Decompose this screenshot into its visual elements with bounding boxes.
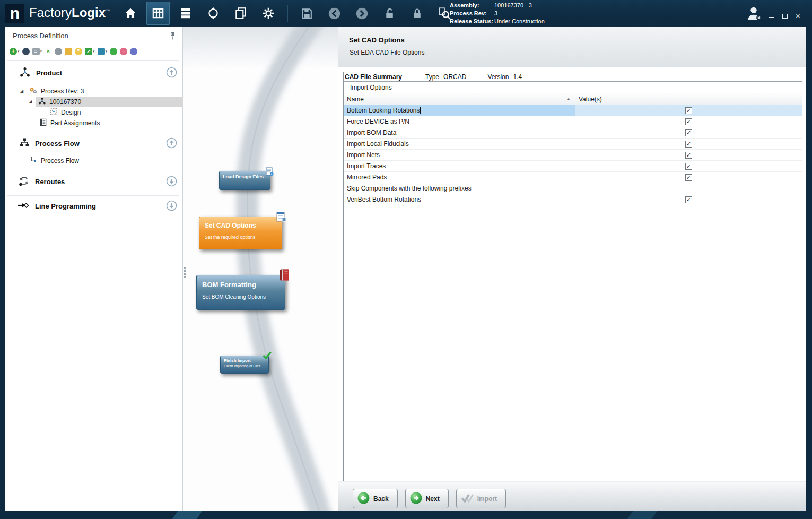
table-row[interactable]: Force DEVICE as P/N✓	[344, 116, 802, 127]
settings-gear-icon[interactable]	[257, 2, 280, 25]
next-button[interactable]: Next	[405, 489, 449, 508]
user-icon[interactable]	[55, 48, 62, 55]
unlock-icon[interactable]	[378, 2, 401, 25]
cube-icon[interactable]: ▾	[98, 48, 108, 55]
option-name[interactable]: Import BOM Data	[344, 127, 575, 139]
collapse-up-button-process-flow[interactable]	[166, 137, 177, 149]
minimize-button[interactable]	[769, 17, 774, 18]
page-subtitle: Set EDA CAD File Options	[350, 49, 424, 56]
option-name[interactable]: Import Traces	[344, 161, 575, 172]
option-value-cell[interactable]: ✓	[575, 161, 802, 172]
table-row[interactable]: Mirrored Pads✓	[344, 172, 802, 183]
back-button[interactable]: Back	[353, 489, 398, 508]
add-icon[interactable]: +▾	[10, 48, 20, 55]
sidebar-section-line-programming[interactable]: Line Programming	[17, 198, 161, 214]
option-name[interactable]: VeriBest Bottom Rotations	[344, 194, 575, 205]
export-icon[interactable]: ↗▾	[85, 48, 95, 55]
table-row[interactable]: Import BOM Data✓	[344, 127, 802, 139]
tree-item-design[interactable]: Design	[50, 107, 177, 118]
accent-stripe	[627, 511, 658, 519]
table-row[interactable]: Import Nets✓	[344, 150, 802, 161]
column-header-values[interactable]: Value(s)	[575, 93, 802, 105]
flow-step-finish-import[interactable]: Finish Import Finish Importing of Files	[220, 356, 269, 374]
option-checkbox[interactable]: ✓	[685, 163, 692, 170]
section-label-line-programming: Line Programming	[35, 202, 96, 210]
back-nav-icon[interactable]	[322, 2, 346, 25]
option-value-cell[interactable]: ✓	[575, 116, 802, 127]
option-name[interactable]: Mirrored Pads	[344, 172, 575, 183]
option-value-cell[interactable]: ✓	[575, 172, 802, 183]
option-checkbox[interactable]: ✓	[685, 196, 692, 203]
user-account-icon[interactable]	[745, 4, 763, 22]
option-value-cell[interactable]: ✓	[575, 150, 802, 161]
flow-step-load-design-files[interactable]: Load Design Files	[219, 171, 270, 190]
option-name[interactable]: Import Nets	[344, 150, 575, 161]
panel-title: Process Definition	[13, 32, 68, 40]
table-row[interactable]: VeriBest Bottom Rotations✓	[344, 194, 802, 205]
tree-label-assembly: 100167370	[49, 98, 81, 106]
remove-icon[interactable]: −	[120, 48, 127, 55]
option-value-cell[interactable]: ✓	[575, 105, 802, 116]
flask-icon[interactable]	[65, 48, 72, 55]
option-value-cell[interactable]: ✓	[575, 139, 802, 150]
globe-icon[interactable]	[22, 48, 30, 55]
option-name[interactable]: Skip Components with the following prefi…	[344, 183, 575, 194]
option-checkbox[interactable]: ✓	[685, 141, 692, 148]
info-icon[interactable]	[130, 48, 137, 55]
tree-item-process-rev[interactable]: Process Rev: 3	[29, 86, 177, 97]
panel-splitter[interactable]	[183, 264, 186, 280]
option-checkbox[interactable]: ✓	[685, 107, 692, 114]
table-row[interactable]: Skip Components with the following prefi…	[344, 183, 802, 194]
option-name[interactable]: Import Local Fiducials	[344, 139, 575, 150]
sidebar-section-product[interactable]: Product	[19, 65, 161, 81]
maximize-button[interactable]	[782, 14, 788, 19]
trademark: ™	[106, 8, 110, 13]
close-button[interactable]: ×	[796, 13, 800, 19]
pin-icon[interactable]	[170, 32, 176, 42]
materials-icon[interactable]	[174, 2, 197, 25]
back-arrow-icon	[357, 492, 370, 506]
table-row[interactable]: Bottom Looking Rotations✓	[344, 105, 802, 116]
print-icon[interactable]: ≡▾	[32, 48, 42, 55]
expand-down-button-reroutes[interactable]	[166, 176, 177, 187]
option-checkbox[interactable]: ✓	[685, 129, 692, 136]
option-checkbox[interactable]: ✓	[685, 152, 692, 159]
tree-expander[interactable]: ◢	[20, 89, 23, 93]
tree-expander[interactable]: ◢	[29, 99, 32, 104]
cad-options-icon	[276, 212, 286, 224]
column-header-name[interactable]: Name ▲	[344, 93, 575, 105]
flow-step-set-cad-options[interactable]: Set CAD Options Set the required options	[199, 217, 282, 249]
import-button[interactable]: Import	[456, 489, 506, 508]
home-icon[interactable]	[119, 2, 142, 25]
flow-step-bom-formatting[interactable]: BOM Formatting Set BOM Cleaning Options	[196, 275, 285, 310]
option-name[interactable]: Bottom Looking Rotations	[344, 105, 575, 116]
option-value-cell[interactable]: ✓	[575, 194, 802, 205]
web-icon[interactable]	[110, 48, 117, 55]
tree-item-process-flow[interactable]: Process Flow	[30, 155, 178, 166]
option-checkbox[interactable]: ✓	[685, 174, 692, 181]
forward-nav-icon[interactable]	[350, 2, 373, 25]
option-checkbox[interactable]: ✓	[685, 118, 692, 125]
expand-down-button-line-programming[interactable]	[166, 200, 177, 211]
table-row[interactable]: Import Traces✓	[344, 161, 802, 172]
split-icon[interactable]: ×	[45, 48, 52, 55]
tree-item-assembly[interactable]: 100167370	[36, 97, 183, 107]
type-value: ORCAD	[443, 73, 466, 81]
option-name[interactable]: Force DEVICE as P/N	[344, 116, 575, 127]
documents-icon[interactable]	[229, 2, 252, 25]
sidebar-section-reroutes[interactable]: Reroutes	[18, 174, 161, 189]
type-label: Type	[425, 73, 439, 81]
routing-icon[interactable]	[202, 2, 225, 25]
star-icon[interactable]: *	[75, 48, 82, 55]
option-name-label: Bottom Looking Rotations	[347, 107, 420, 114]
collapse-up-button-product[interactable]	[166, 67, 177, 78]
table-row[interactable]: Import Local Fiducials✓	[344, 139, 802, 150]
save-icon[interactable]	[295, 2, 318, 25]
tree-item-part-assignments[interactable]: Part Assignments	[39, 118, 177, 128]
step-subtitle: Set BOM Cleaning Options	[202, 294, 280, 300]
lock-icon[interactable]	[405, 2, 429, 25]
option-value-cell[interactable]: ✓	[575, 127, 802, 139]
sidebar-section-process-flow[interactable]: Process Flow	[19, 135, 161, 151]
option-value-cell[interactable]	[575, 183, 802, 194]
process-definition-icon[interactable]	[146, 2, 170, 25]
